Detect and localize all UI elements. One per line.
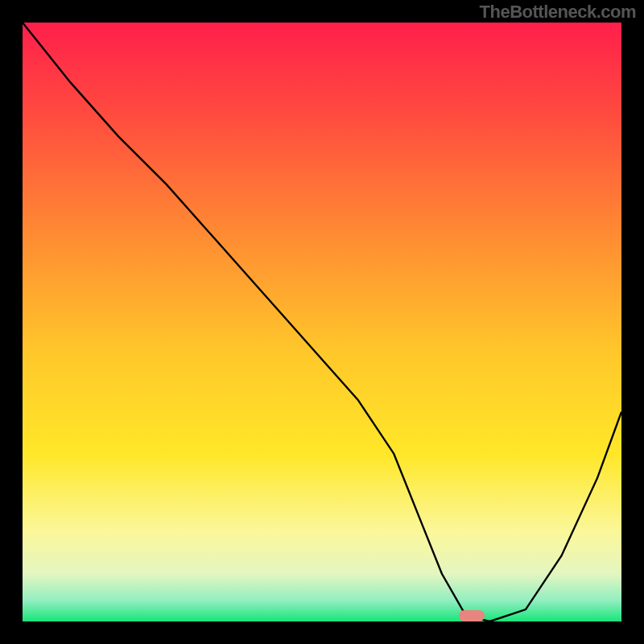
watermark-text: TheBottleneck.com [480,2,636,23]
bottleneck-chart [23,23,621,621]
optimal-point-marker [459,610,485,621]
chart-frame: TheBottleneck.com [0,0,644,644]
gradient-background [23,23,621,621]
